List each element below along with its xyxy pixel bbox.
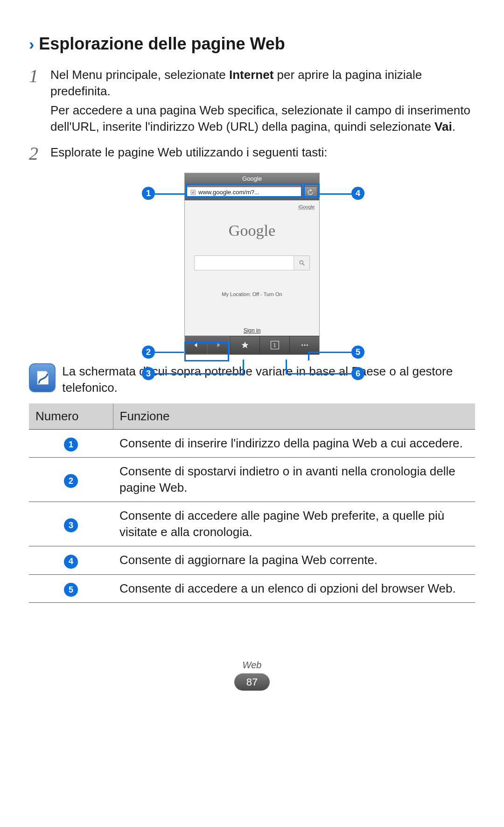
phone-title: Google bbox=[185, 173, 319, 184]
igoogle-link[interactable]: iGoogle bbox=[188, 203, 316, 212]
window-count: 1 bbox=[271, 341, 279, 349]
footer-section: Web bbox=[29, 659, 475, 671]
table-row: 1 Consente di inserire l'indirizzo della… bbox=[29, 429, 475, 457]
step-text: Nel Menu principale, selezionate Interne… bbox=[50, 67, 475, 99]
table-header-number: Numero bbox=[29, 403, 113, 430]
table-row: 5 Consente di accedere a un elenco di op… bbox=[29, 574, 475, 602]
function-table: Numero Funzione 1 Consente di inserire l… bbox=[29, 403, 475, 603]
svg-point-2 bbox=[300, 261, 303, 264]
svg-point-5 bbox=[304, 345, 305, 346]
function-text: Consente di aggiornare la pagina Web cor… bbox=[113, 546, 475, 574]
table-row: 2 Consente di spostarvi indietro o in av… bbox=[29, 458, 475, 502]
callout-4: 4 bbox=[351, 187, 364, 200]
number-badge: 4 bbox=[64, 555, 78, 569]
callout-5: 5 bbox=[351, 346, 364, 359]
number-badge: 2 bbox=[64, 474, 78, 488]
page-number: 87 bbox=[234, 673, 270, 691]
callout-2: 2 bbox=[142, 346, 155, 359]
location-text[interactable]: My Location: Off - Turn On bbox=[188, 291, 316, 298]
chevron-icon: › bbox=[29, 34, 34, 55]
step-number: 1 bbox=[29, 67, 49, 85]
function-text: Consente di inserire l'indirizzo della p… bbox=[113, 429, 475, 457]
svg-point-6 bbox=[306, 345, 308, 346]
phone-illustration: Google www.google.com/m?... iGoogle Goog… bbox=[103, 173, 401, 355]
step-number: 2 bbox=[29, 144, 49, 163]
step-2: 2 Esplorate le pagine Web utilizzando i … bbox=[29, 144, 475, 163]
function-text: Consente di accedere a un elenco di opzi… bbox=[113, 574, 475, 602]
bookmarks-button[interactable] bbox=[230, 336, 259, 354]
search-input[interactable] bbox=[195, 256, 294, 270]
search-button[interactable] bbox=[294, 256, 309, 270]
google-logo: Google bbox=[188, 218, 316, 247]
step-1: 1 Nel Menu principale, selezionate Inter… bbox=[29, 67, 475, 138]
callout-6: 6 bbox=[351, 367, 364, 380]
number-badge: 3 bbox=[64, 518, 78, 532]
step-text: Esplorate le pagine Web utilizzando i se… bbox=[50, 144, 475, 161]
table-row: 3 Consente di accedere alle pagine Web p… bbox=[29, 502, 475, 546]
step-text: Per accedere a una pagina Web specifica,… bbox=[50, 102, 475, 135]
function-text: Consente di accedere alle pagine Web pre… bbox=[113, 502, 475, 546]
table-header-function: Funzione bbox=[113, 403, 475, 430]
windows-button[interactable]: 1 bbox=[259, 336, 289, 354]
note-icon bbox=[29, 363, 56, 392]
ellipsis-icon bbox=[301, 341, 309, 349]
signin-link[interactable]: Sign in bbox=[188, 327, 316, 334]
star-icon bbox=[241, 341, 249, 349]
callout-3: 3 bbox=[142, 367, 155, 380]
svg-line-3 bbox=[302, 264, 304, 266]
svg-point-4 bbox=[301, 345, 303, 346]
function-text: Consente di spostarvi indietro o in avan… bbox=[113, 458, 475, 502]
callout-1: 1 bbox=[142, 187, 155, 200]
number-badge: 1 bbox=[64, 438, 78, 452]
svg-text:Google: Google bbox=[229, 222, 275, 239]
table-row: 4 Consente di aggiornare la pagina Web c… bbox=[29, 546, 475, 574]
magnifier-icon bbox=[299, 260, 305, 266]
section-heading: Esplorazione delle pagine Web bbox=[39, 33, 285, 56]
note-block: La schermata di cui sopra potrebbe varia… bbox=[29, 363, 475, 396]
number-badge: 5 bbox=[64, 583, 78, 597]
note-text: La schermata di cui sopra potrebbe varia… bbox=[62, 363, 475, 396]
